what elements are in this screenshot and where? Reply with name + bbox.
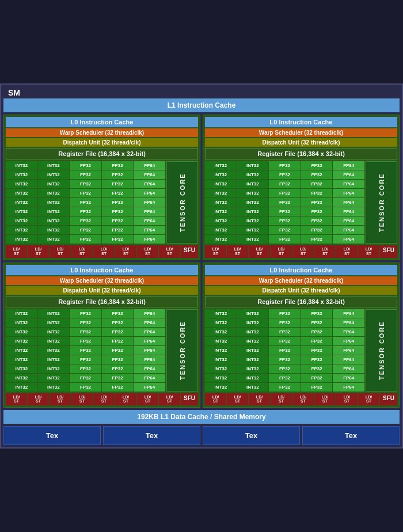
cell: FP32 xyxy=(301,309,333,318)
cell: FP32 xyxy=(102,161,134,170)
cell: INT32 xyxy=(6,328,37,336)
cell: INT32 xyxy=(205,346,237,355)
ld-st-cell: LD/ST xyxy=(115,393,136,405)
q4-compute-area: INT32 INT32 FP32 FP32 FP64 INT32 INT32 F… xyxy=(205,309,397,392)
cell: FP32 xyxy=(70,161,101,170)
q2-int-fp-grid: INT32 INT32 FP32 FP32 FP64 INT32 INT32 F… xyxy=(205,161,364,244)
ld-st-cell: LD/ST xyxy=(249,245,270,257)
cell: FP32 xyxy=(70,198,101,207)
ld-st-cell: LD/ST xyxy=(159,245,180,257)
q3-sfu: SFU xyxy=(181,393,198,405)
cell: FP32 xyxy=(269,355,301,364)
cell: FP32 xyxy=(269,207,301,216)
cell: INT32 xyxy=(38,180,70,188)
cell: INT32 xyxy=(38,235,70,244)
cell: INT32 xyxy=(6,383,37,392)
cell: INT32 xyxy=(237,207,269,216)
cell: INT32 xyxy=(205,337,237,345)
cell: INT32 xyxy=(237,226,269,234)
ld-st-cell: LD/ST xyxy=(271,245,292,257)
cell: FP64 xyxy=(333,170,364,179)
cell: INT32 xyxy=(205,198,237,207)
cell: INT32 xyxy=(237,189,269,197)
q2-sfu: SFU xyxy=(380,245,397,257)
tex-unit-1: Tex xyxy=(3,426,101,445)
cell: INT32 xyxy=(237,170,269,179)
cell: FP32 xyxy=(102,198,134,207)
cell: FP32 xyxy=(70,216,101,225)
cell: FP32 xyxy=(70,180,101,188)
cell: INT32 xyxy=(205,226,237,234)
cell: INT32 xyxy=(205,309,237,318)
cell: FP32 xyxy=(269,309,301,318)
q1-dispatch-unit: Dispatch Unit (32 thread/clk) xyxy=(6,138,198,147)
cell: FP64 xyxy=(333,226,364,234)
cell: FP32 xyxy=(301,235,333,244)
q2-register-file: Register File (16,384 x 32-bit) xyxy=(205,148,397,159)
cell: INT32 xyxy=(205,383,237,392)
q3-tensor-core: TENSOR CORE xyxy=(166,309,198,392)
cell: FP32 xyxy=(70,226,101,234)
cell: FP64 xyxy=(134,189,165,197)
q2-ld-st-sfu: LD/ST LD/ST LD/ST LD/ST LD/ST LD/ST LD/S… xyxy=(205,245,397,257)
cell: FP64 xyxy=(333,235,364,244)
cell: FP64 xyxy=(134,374,165,382)
cell: FP32 xyxy=(70,383,101,392)
q1-compute-area: INT32 INT32 FP32 FP32 FP64 INT32 INT32 F… xyxy=(6,161,198,244)
cell: FP64 xyxy=(134,161,165,170)
ld-st-cell: LD/ST xyxy=(249,393,270,405)
cell: FP32 xyxy=(70,355,101,364)
cell: INT32 xyxy=(205,216,237,225)
q1-sfu: SFU xyxy=(181,245,198,257)
q3-warp-scheduler: Warp Scheduler (32 thread/clk) xyxy=(6,276,198,285)
ld-st-cell: LD/ST xyxy=(28,393,49,405)
cell: FP32 xyxy=(70,170,101,179)
cell: FP64 xyxy=(134,198,165,207)
cell: FP64 xyxy=(134,170,165,179)
cell: INT32 xyxy=(38,328,70,336)
cell: FP32 xyxy=(301,346,333,355)
cell: INT32 xyxy=(38,374,70,382)
cell: FP64 xyxy=(333,346,364,355)
cell: INT32 xyxy=(205,328,237,336)
cell: INT32 xyxy=(237,161,269,170)
cell: INT32 xyxy=(6,355,37,364)
q4-l0-cache: L0 Instruction Cache xyxy=(205,265,397,275)
cell: FP32 xyxy=(102,216,134,225)
cell: FP32 xyxy=(102,337,134,345)
cell: INT32 xyxy=(38,364,70,373)
cell: FP64 xyxy=(333,198,364,207)
cell: FP32 xyxy=(301,226,333,234)
cell: FP32 xyxy=(70,207,101,216)
cell: FP32 xyxy=(102,364,134,373)
q4-sfu: SFU xyxy=(380,393,397,405)
quadrant-4: L0 Instruction Cache Warp Scheduler (32 … xyxy=(203,263,400,408)
ld-st-cell: LD/ST xyxy=(336,245,358,257)
cell: FP32 xyxy=(70,374,101,382)
cell: INT32 xyxy=(6,198,37,207)
ld-st-cell: LD/ST xyxy=(71,393,93,405)
cell: FP64 xyxy=(134,337,165,345)
cell: FP64 xyxy=(134,355,165,364)
quadrant-2: L0 Instruction Cache Warp Scheduler (32 … xyxy=(203,115,400,260)
cell: INT32 xyxy=(6,309,37,318)
q4-int-fp-grid: INT32 INT32 FP32 FP32 FP64 INT32 INT32 F… xyxy=(205,309,364,392)
cell: INT32 xyxy=(237,337,269,345)
tex-row: Tex Tex Tex Tex xyxy=(3,426,400,445)
ld-st-cell: LD/ST xyxy=(115,245,136,257)
q1-warp-scheduler: Warp Scheduler (32 thread/clk) xyxy=(6,128,198,137)
q3-l0-cache: L0 Instruction Cache xyxy=(6,265,198,275)
cell: FP32 xyxy=(102,226,134,234)
q2-compute-area: INT32 INT32 FP32 FP32 FP64 INT32 INT32 F… xyxy=(205,161,397,244)
cell: INT32 xyxy=(38,337,70,345)
cell: FP32 xyxy=(269,235,301,244)
cell: FP32 xyxy=(102,355,134,364)
cell: INT32 xyxy=(6,226,37,234)
cell: FP32 xyxy=(70,346,101,355)
cell: INT32 xyxy=(205,318,237,327)
cell: INT32 xyxy=(38,346,70,355)
q3-dispatch-unit: Dispatch Unit (32 thread/clk) xyxy=(6,286,198,295)
cell: INT32 xyxy=(6,180,37,188)
cell: FP32 xyxy=(70,318,101,327)
cell: FP64 xyxy=(134,226,165,234)
